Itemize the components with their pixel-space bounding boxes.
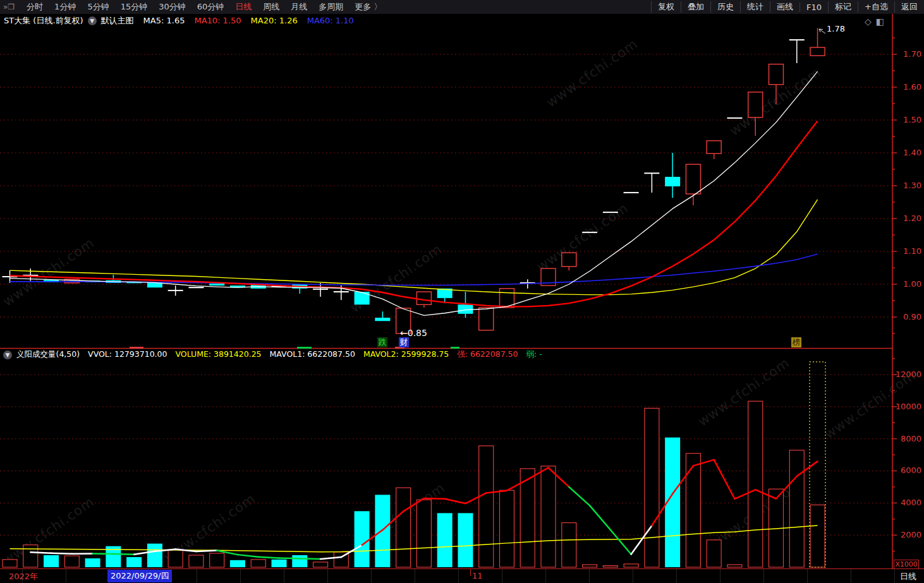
mavol1-line [93, 553, 114, 554]
selected-date-label: 2022/09/29/四 [107, 570, 172, 582]
tool-item-6[interactable]: 标记 [828, 1, 858, 13]
candle-up [810, 47, 825, 56]
mavol1-line [590, 505, 611, 529]
ma-label-0: MA5: 1.65 [143, 16, 185, 25]
mavol1-line [51, 553, 72, 554]
time-tick [502, 569, 502, 583]
mavol1-line [569, 487, 590, 505]
time-tick [676, 569, 677, 583]
time-tick [720, 569, 720, 583]
volume-bar [375, 495, 390, 567]
toolbar: »❐ 分时1分钟5分钟15分钟30分钟60分钟日线周线月线多周期更多 〉 复权叠… [0, 0, 924, 14]
volume-bar [126, 557, 142, 567]
ma-label-1: MA10: 1.50 [194, 16, 241, 25]
volume-field-4: 强: 6622087.50 [457, 349, 518, 359]
period-label[interactable]: 日线 [893, 571, 923, 582]
candle-down [209, 284, 224, 285]
time-tick [66, 569, 66, 583]
tool-item-3[interactable]: 统计 [740, 1, 770, 13]
volume-bar [748, 401, 763, 567]
volume-axis-label: 6000 [895, 466, 921, 475]
volume-header: ▼ 义阳成交量(4,50) VVOL: 12793710.00VOLUME: 3… [0, 349, 542, 360]
volume-bar [64, 556, 79, 567]
time-tick [371, 569, 372, 583]
period-item-0[interactable]: 分时 [21, 1, 49, 13]
period-item-5[interactable]: 60分钟 [191, 1, 230, 13]
tool-item-1[interactable]: 叠加 [681, 1, 710, 13]
time-tick [545, 569, 546, 583]
mavol1-line [30, 552, 51, 553]
volume-bar [458, 513, 473, 567]
time-tick [415, 569, 415, 583]
signal-mark [451, 347, 459, 349]
month-tick [470, 569, 471, 576]
mavol1-line [424, 498, 445, 499]
month-label: 11 [472, 571, 483, 580]
chart-canvas[interactable] [0, 0, 924, 583]
tools-menu: 复权叠加历史统计画线F10标记+自选返回 [651, 1, 924, 13]
period-item-1[interactable]: 1分钟 [49, 1, 82, 13]
ma-label-3: MA60: 1.10 [307, 16, 354, 25]
time-axis[interactable]: 2022年 2022/09/29/四 11 日线 [0, 569, 924, 583]
volume-indicator-name: 义阳成交量(4,50) [16, 349, 80, 360]
price-axis-label: 0.90 [895, 312, 921, 322]
period-menu: »❐ 分时1分钟5分钟15分钟30分钟60分钟日线周线月线多周期更多 〉 [0, 1, 387, 13]
ma10-line [10, 121, 818, 307]
volume-bar [603, 565, 617, 567]
tool-item-8[interactable]: 返回 [894, 1, 924, 13]
window-collapse-icon[interactable]: »❐ [3, 3, 15, 11]
chevron-down-icon[interactable]: ▼ [3, 351, 12, 359]
chevron-down-icon[interactable]: ▼ [88, 16, 97, 25]
period-item-9[interactable]: 多周期 [313, 1, 349, 13]
volume-bar [147, 544, 162, 567]
volume-bar [23, 545, 38, 567]
tool-item-2[interactable]: 历史 [710, 1, 740, 13]
ma-label-2: MA20: 1.26 [251, 16, 298, 25]
volume-bar [85, 558, 100, 567]
volume-bar [189, 555, 204, 567]
time-tick [197, 569, 197, 583]
mavol1-line [611, 530, 631, 555]
volume-bar [645, 408, 659, 567]
candle-up [707, 141, 721, 153]
volume-bar [3, 560, 17, 567]
candle-up [416, 292, 431, 304]
volume-bar [707, 540, 721, 567]
period-item-6[interactable]: 日线 [229, 1, 257, 13]
tool-item-4[interactable]: 画线 [770, 1, 799, 13]
ma-legend: MA5: 1.65MA10: 1.50MA20: 1.26MA60: 1.10 [134, 16, 354, 25]
volume-bar [168, 550, 183, 567]
time-tick [633, 569, 633, 583]
volume-bar [810, 505, 825, 567]
chart-badge-0: 跌 [377, 337, 387, 347]
period-item-4[interactable]: 30分钟 [153, 1, 191, 13]
period-item-7[interactable]: 周线 [257, 1, 285, 13]
time-tick [240, 569, 241, 583]
info-bar: ST大集 (日线.前复权) ▼ 默认主图 MA5: 1.65MA10: 1.50… [0, 14, 354, 27]
volume-bar [583, 565, 597, 567]
mavol1-line [113, 554, 134, 555]
period-item-10[interactable]: 更多 〉 [349, 1, 387, 13]
volume-bar [624, 564, 638, 567]
signal-mark [130, 347, 143, 349]
tool-item-5[interactable]: F10 [799, 3, 828, 12]
time-tick [851, 569, 851, 583]
mavol1-line [279, 558, 300, 559]
volume-bar [355, 511, 370, 567]
diamond-icon[interactable]: ◇ [865, 16, 872, 27]
mavol1-line [300, 558, 320, 559]
price-axis-label: 1.50 [895, 115, 921, 124]
volume-bar [230, 560, 245, 567]
time-tick [327, 569, 328, 583]
volume-axis-label: 10000 [895, 402, 921, 411]
period-item-8[interactable]: 月线 [285, 1, 313, 13]
split-pane-icon[interactable]: ◧ [876, 16, 884, 27]
mavol1-line [196, 551, 217, 552]
candle-down [665, 177, 680, 186]
tool-item-0[interactable]: 复权 [651, 1, 681, 13]
period-item-3[interactable]: 15分钟 [115, 1, 154, 13]
volume-field-5: 弱: - [526, 349, 542, 359]
period-item-2[interactable]: 5分钟 [82, 1, 114, 13]
volume-axis-label: 8000 [895, 434, 921, 443]
tool-item-7[interactable]: +自选 [858, 1, 894, 13]
